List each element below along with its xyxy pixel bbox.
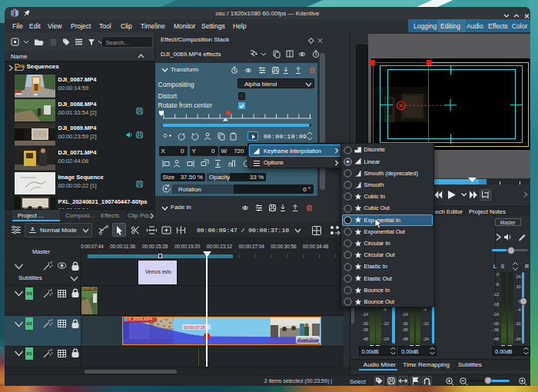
svg-text:0068.MOV: 0068.MOV (81, 287, 98, 291)
